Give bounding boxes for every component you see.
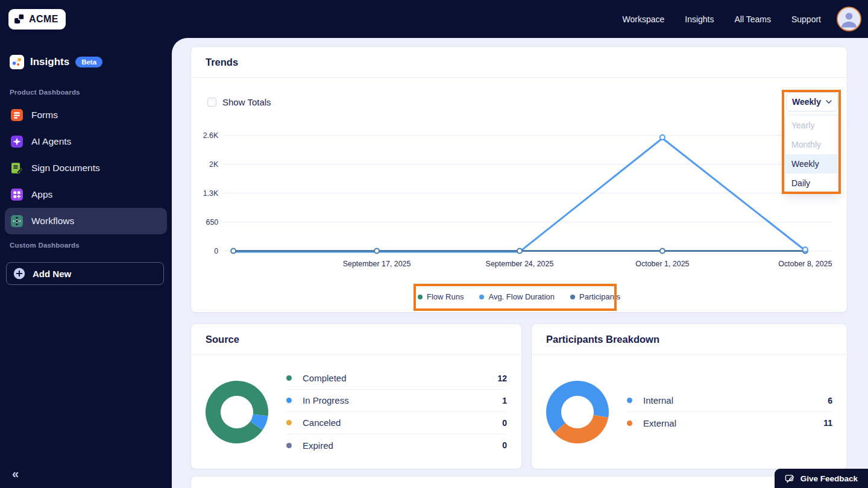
topnav-insights[interactable]: Insights — [685, 14, 714, 24]
source-body: Completed12In Progress1Canceled0Expired0 — [191, 355, 521, 469]
topbar: ACME WorkspaceInsightsAll TeamsSupport — [0, 0, 868, 38]
give-feedback-label: Give Feedback — [800, 474, 858, 483]
sidebar-item-label: Apps — [31, 189, 52, 200]
legend-value: 1 — [502, 396, 507, 405]
sidebar-item-label: Sign Documents — [31, 163, 100, 174]
topnav-support[interactable]: Support — [791, 14, 821, 24]
sidebar: Insights Beta Product Dashboards FormsAI… — [0, 38, 172, 488]
sidebar-collapse-button[interactable]: « — [12, 467, 19, 481]
period-option-yearly[interactable]: Yearly — [785, 116, 838, 135]
svg-text:650: 650 — [206, 218, 219, 227]
legend-dot — [627, 398, 632, 403]
legend-label: Completed — [303, 373, 497, 383]
legend-dot — [479, 295, 484, 299]
sidebar-item-ai-agents[interactable]: AI Agents — [5, 128, 167, 155]
apps-icon — [10, 187, 24, 202]
feedback-icon — [785, 474, 795, 484]
user-icon — [838, 8, 860, 30]
legend-row-in-progress: In Progress1 — [286, 390, 507, 412]
sidebar-item-workflows[interactable]: Workflows — [5, 208, 167, 234]
sidebar-item-sign-documents[interactable]: Sign Documents — [5, 155, 167, 181]
plus-circle-icon — [13, 267, 25, 280]
source-title: Source — [206, 334, 239, 345]
legend-value: 11 — [823, 418, 832, 428]
chevron-down-icon — [826, 100, 832, 104]
sidebar-item-apps[interactable]: Apps — [5, 181, 167, 208]
acme-logo-icon — [14, 13, 25, 25]
participants-donut-chart — [546, 381, 609, 443]
svg-text:1.3K: 1.3K — [203, 189, 219, 198]
legend-dot — [286, 443, 292, 448]
period-dropdown-menu: YearlyMonthlyWeeklyDaily — [785, 115, 838, 193]
show-totals-toggle[interactable]: Show Totals — [207, 97, 271, 107]
source-card-header: Source — [191, 324, 521, 355]
period-selector[interactable]: Weekly — [786, 92, 838, 111]
legend-label: Participants — [579, 292, 620, 301]
period-option-daily[interactable]: Daily — [785, 174, 838, 193]
workflows-icon — [10, 214, 24, 228]
forms-icon — [10, 108, 24, 122]
legend-label: External — [643, 418, 823, 428]
sidebar-item-label: AI Agents — [31, 136, 71, 147]
trends-card-header: Trends — [191, 47, 847, 78]
legend-row-canceled: Canceled0 — [286, 412, 507, 434]
participants-card-header: Participants Breakdown — [532, 324, 847, 355]
legend-dot — [286, 375, 292, 381]
legend-row-completed: Completed12 — [286, 368, 507, 390]
legend-item-flow-runs[interactable]: Flow Runs — [418, 292, 464, 301]
svg-text:October 1, 2025: October 1, 2025 — [635, 260, 689, 268]
legend-row-external: External11 — [627, 412, 832, 434]
legend-label: In Progress — [303, 395, 502, 405]
participants-title: Participants Breakdown — [546, 334, 659, 345]
legend-label: Internal — [643, 395, 828, 405]
sidebar-items: FormsAI AgentsSign DocumentsAppsWorkflow… — [0, 102, 172, 234]
legend-item-participants[interactable]: Participants — [570, 292, 620, 301]
legend-dot — [570, 295, 575, 299]
give-feedback-button[interactable]: Give Feedback — [775, 469, 868, 488]
trends-line-chart: 06501.3K2K2.6KSeptember 17, 2025Septembe… — [191, 47, 847, 312]
participants-card: Participants Breakdown Internal6External… — [531, 324, 848, 469]
brand-name: ACME — [29, 14, 58, 25]
legend-label: Avg. Flow Duration — [488, 292, 555, 301]
legend-dot — [627, 421, 632, 426]
ai-agents-icon — [10, 134, 24, 149]
svg-text:October 8, 2025: October 8, 2025 — [778, 260, 832, 268]
section-custom-dashboards: Custom Dashboards — [0, 234, 172, 255]
legend-label: Expired — [303, 440, 502, 451]
legend-row-expired: Expired0 — [286, 434, 507, 457]
legend-label: Canceled — [303, 418, 502, 428]
topnav-links: WorkspaceInsightsAll TeamsSupport — [622, 14, 821, 24]
participants-legend: Internal6External11 — [627, 390, 832, 434]
period-option-monthly[interactable]: Monthly — [785, 135, 838, 154]
add-new-label: Add New — [33, 269, 71, 279]
trends-card: Trends Show Totals 06501.3K2K2.6KSeptemb… — [190, 46, 848, 313]
participants-body: Internal6External11 — [532, 355, 847, 469]
legend-value: 12 — [497, 374, 507, 383]
topnav-workspace[interactable]: Workspace — [622, 14, 664, 24]
brand-logo[interactable]: ACME — [8, 9, 66, 30]
next-card-top-edge — [190, 476, 848, 488]
avatar[interactable] — [837, 7, 861, 31]
legend-value: 6 — [828, 396, 832, 405]
main-panel: Trends Show Totals 06501.3K2K2.6KSeptemb… — [172, 38, 868, 488]
legend-label: Flow Runs — [427, 292, 464, 301]
sidebar-item-label: Workflows — [31, 216, 74, 227]
trends-title: Trends — [206, 57, 238, 68]
insights-icon — [10, 55, 24, 69]
sidebar-item-forms[interactable]: Forms — [5, 102, 167, 128]
sidebar-header: Insights Beta — [0, 38, 172, 81]
sidebar-item-label: Forms — [31, 110, 58, 120]
show-totals-checkbox[interactable] — [207, 98, 216, 107]
period-option-weekly[interactable]: Weekly — [785, 154, 838, 174]
add-new-button[interactable]: Add New — [6, 262, 164, 285]
legend-item-avg-flow-duration[interactable]: Avg. Flow Duration — [479, 292, 555, 301]
legend-dot — [286, 398, 292, 403]
section-product-dashboards: Product Dashboards — [0, 81, 172, 102]
legend-dot — [286, 420, 292, 425]
show-totals-label: Show Totals — [222, 97, 271, 107]
legend-value: 0 — [502, 440, 507, 450]
source-card: Source Completed12In Progress1Canceled0E… — [190, 324, 522, 469]
topnav-all-teams[interactable]: All Teams — [735, 14, 771, 24]
svg-text:September 24, 2025: September 24, 2025 — [486, 260, 554, 268]
source-legend: Completed12In Progress1Canceled0Expired0 — [286, 368, 507, 457]
